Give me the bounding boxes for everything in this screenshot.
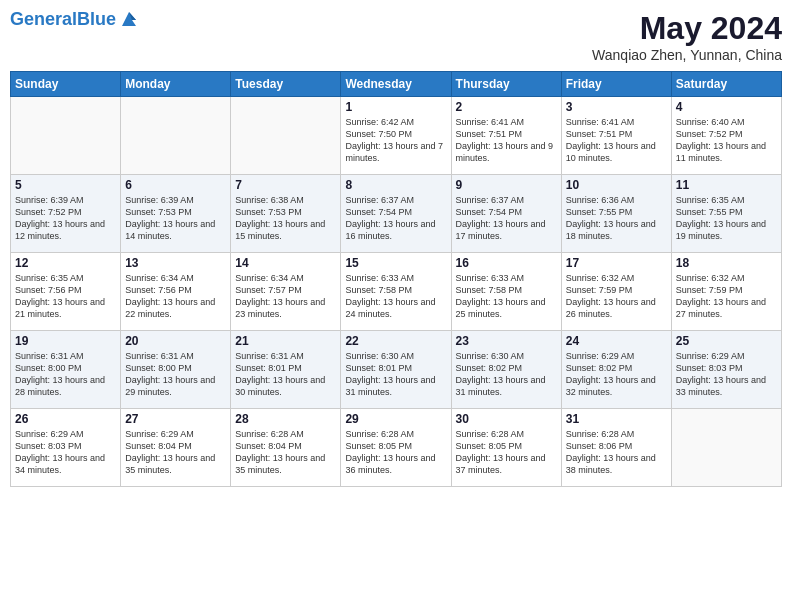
calendar-cell bbox=[11, 97, 121, 175]
calendar-cell: 21Sunrise: 6:31 AM Sunset: 8:01 PM Dayli… bbox=[231, 331, 341, 409]
day-info: Sunrise: 6:31 AM Sunset: 8:00 PM Dayligh… bbox=[15, 350, 116, 399]
day-number: 30 bbox=[456, 412, 557, 426]
day-info: Sunrise: 6:33 AM Sunset: 7:58 PM Dayligh… bbox=[456, 272, 557, 321]
calendar-cell: 28Sunrise: 6:28 AM Sunset: 8:04 PM Dayli… bbox=[231, 409, 341, 487]
calendar-cell: 18Sunrise: 6:32 AM Sunset: 7:59 PM Dayli… bbox=[671, 253, 781, 331]
day-info: Sunrise: 6:37 AM Sunset: 7:54 PM Dayligh… bbox=[456, 194, 557, 243]
day-number: 18 bbox=[676, 256, 777, 270]
calendar-cell: 10Sunrise: 6:36 AM Sunset: 7:55 PM Dayli… bbox=[561, 175, 671, 253]
day-info: Sunrise: 6:29 AM Sunset: 8:04 PM Dayligh… bbox=[125, 428, 226, 477]
day-info: Sunrise: 6:39 AM Sunset: 7:52 PM Dayligh… bbox=[15, 194, 116, 243]
calendar-cell: 3Sunrise: 6:41 AM Sunset: 7:51 PM Daylig… bbox=[561, 97, 671, 175]
day-info: Sunrise: 6:41 AM Sunset: 7:51 PM Dayligh… bbox=[456, 116, 557, 165]
day-number: 8 bbox=[345, 178, 446, 192]
calendar-cell: 17Sunrise: 6:32 AM Sunset: 7:59 PM Dayli… bbox=[561, 253, 671, 331]
day-info: Sunrise: 6:28 AM Sunset: 8:06 PM Dayligh… bbox=[566, 428, 667, 477]
day-info: Sunrise: 6:34 AM Sunset: 7:56 PM Dayligh… bbox=[125, 272, 226, 321]
day-info: Sunrise: 6:35 AM Sunset: 7:56 PM Dayligh… bbox=[15, 272, 116, 321]
calendar-cell: 27Sunrise: 6:29 AM Sunset: 8:04 PM Dayli… bbox=[121, 409, 231, 487]
calendar-cell bbox=[121, 97, 231, 175]
day-number: 20 bbox=[125, 334, 226, 348]
calendar-cell: 20Sunrise: 6:31 AM Sunset: 8:00 PM Dayli… bbox=[121, 331, 231, 409]
day-number: 15 bbox=[345, 256, 446, 270]
calendar-cell: 8Sunrise: 6:37 AM Sunset: 7:54 PM Daylig… bbox=[341, 175, 451, 253]
calendar-cell: 13Sunrise: 6:34 AM Sunset: 7:56 PM Dayli… bbox=[121, 253, 231, 331]
logo-icon bbox=[118, 8, 140, 30]
day-number: 16 bbox=[456, 256, 557, 270]
logo-general: General bbox=[10, 9, 77, 29]
main-title: May 2024 bbox=[592, 10, 782, 47]
calendar-table: Sunday Monday Tuesday Wednesday Thursday… bbox=[10, 71, 782, 487]
day-number: 25 bbox=[676, 334, 777, 348]
day-number: 6 bbox=[125, 178, 226, 192]
calendar-header: Sunday Monday Tuesday Wednesday Thursday… bbox=[11, 72, 782, 97]
day-number: 3 bbox=[566, 100, 667, 114]
calendar-cell: 25Sunrise: 6:29 AM Sunset: 8:03 PM Dayli… bbox=[671, 331, 781, 409]
page: GeneralBlue May 2024 Wanqiao Zhen, Yunna… bbox=[0, 0, 792, 612]
day-info: Sunrise: 6:36 AM Sunset: 7:55 PM Dayligh… bbox=[566, 194, 667, 243]
day-number: 5 bbox=[15, 178, 116, 192]
calendar-cell bbox=[671, 409, 781, 487]
day-number: 23 bbox=[456, 334, 557, 348]
calendar-cell: 23Sunrise: 6:30 AM Sunset: 8:02 PM Dayli… bbox=[451, 331, 561, 409]
calendar-cell: 15Sunrise: 6:33 AM Sunset: 7:58 PM Dayli… bbox=[341, 253, 451, 331]
calendar-week-2: 12Sunrise: 6:35 AM Sunset: 7:56 PM Dayli… bbox=[11, 253, 782, 331]
calendar-cell: 9Sunrise: 6:37 AM Sunset: 7:54 PM Daylig… bbox=[451, 175, 561, 253]
calendar-week-1: 5Sunrise: 6:39 AM Sunset: 7:52 PM Daylig… bbox=[11, 175, 782, 253]
calendar-cell: 24Sunrise: 6:29 AM Sunset: 8:02 PM Dayli… bbox=[561, 331, 671, 409]
day-number: 7 bbox=[235, 178, 336, 192]
day-info: Sunrise: 6:28 AM Sunset: 8:05 PM Dayligh… bbox=[456, 428, 557, 477]
day-number: 12 bbox=[15, 256, 116, 270]
calendar-cell: 16Sunrise: 6:33 AM Sunset: 7:58 PM Dayli… bbox=[451, 253, 561, 331]
calendar-cell: 31Sunrise: 6:28 AM Sunset: 8:06 PM Dayli… bbox=[561, 409, 671, 487]
day-info: Sunrise: 6:29 AM Sunset: 8:02 PM Dayligh… bbox=[566, 350, 667, 399]
day-info: Sunrise: 6:31 AM Sunset: 8:00 PM Dayligh… bbox=[125, 350, 226, 399]
col-thursday: Thursday bbox=[451, 72, 561, 97]
calendar-cell: 30Sunrise: 6:28 AM Sunset: 8:05 PM Dayli… bbox=[451, 409, 561, 487]
calendar-cell: 5Sunrise: 6:39 AM Sunset: 7:52 PM Daylig… bbox=[11, 175, 121, 253]
col-wednesday: Wednesday bbox=[341, 72, 451, 97]
col-tuesday: Tuesday bbox=[231, 72, 341, 97]
day-number: 4 bbox=[676, 100, 777, 114]
calendar-cell: 22Sunrise: 6:30 AM Sunset: 8:01 PM Dayli… bbox=[341, 331, 451, 409]
calendar-body: 1Sunrise: 6:42 AM Sunset: 7:50 PM Daylig… bbox=[11, 97, 782, 487]
day-number: 31 bbox=[566, 412, 667, 426]
col-saturday: Saturday bbox=[671, 72, 781, 97]
day-number: 9 bbox=[456, 178, 557, 192]
day-info: Sunrise: 6:31 AM Sunset: 8:01 PM Dayligh… bbox=[235, 350, 336, 399]
day-info: Sunrise: 6:32 AM Sunset: 7:59 PM Dayligh… bbox=[566, 272, 667, 321]
day-number: 17 bbox=[566, 256, 667, 270]
calendar-cell: 4Sunrise: 6:40 AM Sunset: 7:52 PM Daylig… bbox=[671, 97, 781, 175]
calendar-week-0: 1Sunrise: 6:42 AM Sunset: 7:50 PM Daylig… bbox=[11, 97, 782, 175]
day-number: 14 bbox=[235, 256, 336, 270]
day-number: 13 bbox=[125, 256, 226, 270]
day-info: Sunrise: 6:28 AM Sunset: 8:04 PM Dayligh… bbox=[235, 428, 336, 477]
calendar-cell: 14Sunrise: 6:34 AM Sunset: 7:57 PM Dayli… bbox=[231, 253, 341, 331]
header-row: Sunday Monday Tuesday Wednesday Thursday… bbox=[11, 72, 782, 97]
day-number: 10 bbox=[566, 178, 667, 192]
day-number: 29 bbox=[345, 412, 446, 426]
day-number: 21 bbox=[235, 334, 336, 348]
day-number: 27 bbox=[125, 412, 226, 426]
day-info: Sunrise: 6:28 AM Sunset: 8:05 PM Dayligh… bbox=[345, 428, 446, 477]
calendar-week-4: 26Sunrise: 6:29 AM Sunset: 8:03 PM Dayli… bbox=[11, 409, 782, 487]
day-info: Sunrise: 6:37 AM Sunset: 7:54 PM Dayligh… bbox=[345, 194, 446, 243]
logo: GeneralBlue bbox=[10, 10, 140, 30]
calendar-cell: 12Sunrise: 6:35 AM Sunset: 7:56 PM Dayli… bbox=[11, 253, 121, 331]
day-number: 1 bbox=[345, 100, 446, 114]
day-number: 26 bbox=[15, 412, 116, 426]
day-info: Sunrise: 6:39 AM Sunset: 7:53 PM Dayligh… bbox=[125, 194, 226, 243]
calendar-cell bbox=[231, 97, 341, 175]
day-info: Sunrise: 6:30 AM Sunset: 8:02 PM Dayligh… bbox=[456, 350, 557, 399]
day-number: 24 bbox=[566, 334, 667, 348]
col-friday: Friday bbox=[561, 72, 671, 97]
calendar-cell: 7Sunrise: 6:38 AM Sunset: 7:53 PM Daylig… bbox=[231, 175, 341, 253]
calendar-cell: 1Sunrise: 6:42 AM Sunset: 7:50 PM Daylig… bbox=[341, 97, 451, 175]
col-sunday: Sunday bbox=[11, 72, 121, 97]
day-number: 19 bbox=[15, 334, 116, 348]
day-number: 22 bbox=[345, 334, 446, 348]
day-info: Sunrise: 6:41 AM Sunset: 7:51 PM Dayligh… bbox=[566, 116, 667, 165]
day-info: Sunrise: 6:29 AM Sunset: 8:03 PM Dayligh… bbox=[15, 428, 116, 477]
day-info: Sunrise: 6:38 AM Sunset: 7:53 PM Dayligh… bbox=[235, 194, 336, 243]
day-info: Sunrise: 6:33 AM Sunset: 7:58 PM Dayligh… bbox=[345, 272, 446, 321]
